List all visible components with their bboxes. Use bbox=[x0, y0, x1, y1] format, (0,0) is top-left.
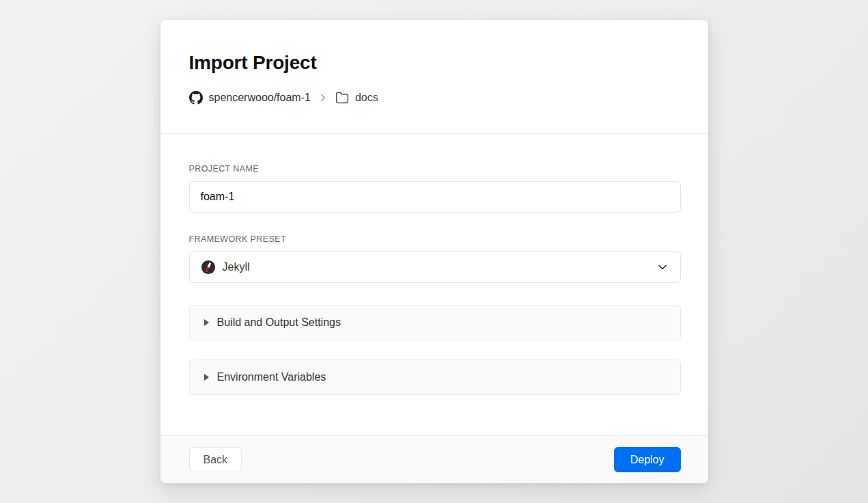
triangle-right-icon bbox=[204, 319, 209, 326]
deploy-button[interactable]: Deploy bbox=[614, 447, 681, 472]
chevron-down-icon bbox=[656, 260, 669, 274]
framework-preset-label: FRAMEWORK PRESET bbox=[189, 234, 681, 244]
folder-icon bbox=[335, 91, 349, 105]
environment-variables-accordion[interactable]: Environment Variables bbox=[189, 359, 681, 395]
project-name-label: PROJECT NAME bbox=[189, 164, 681, 174]
back-button[interactable]: Back bbox=[189, 447, 242, 472]
github-icon bbox=[189, 91, 203, 105]
page-title: Import Project bbox=[189, 52, 681, 74]
jekyll-logo-icon bbox=[201, 260, 216, 275]
modal-header: Import Project spencerwooo/foam-1 docs bbox=[160, 20, 708, 134]
project-name-field-group: PROJECT NAME bbox=[189, 164, 681, 213]
import-project-modal: Import Project spencerwooo/foam-1 docs bbox=[160, 20, 708, 483]
framework-preset-select[interactable]: Jekyll bbox=[189, 252, 681, 283]
breadcrumb-repo[interactable]: spencerwooo/foam-1 bbox=[209, 92, 311, 104]
project-name-input[interactable] bbox=[189, 181, 681, 213]
framework-preset-value: Jekyll bbox=[223, 261, 656, 273]
chevron-right-icon bbox=[317, 92, 329, 104]
triangle-right-icon bbox=[204, 374, 209, 381]
build-output-settings-accordion[interactable]: Build and Output Settings bbox=[189, 305, 681, 340]
modal-body: PROJECT NAME FRAMEWORK PRESET Jekyll bbox=[160, 134, 708, 435]
accordion-label: Build and Output Settings bbox=[217, 316, 341, 329]
breadcrumb-directory[interactable]: docs bbox=[355, 92, 378, 104]
framework-preset-field-group: FRAMEWORK PRESET Jekyll bbox=[189, 234, 681, 283]
modal-footer: Back Deploy bbox=[160, 435, 708, 483]
breadcrumb: spencerwooo/foam-1 docs bbox=[189, 91, 681, 105]
accordion-label: Environment Variables bbox=[217, 371, 326, 383]
